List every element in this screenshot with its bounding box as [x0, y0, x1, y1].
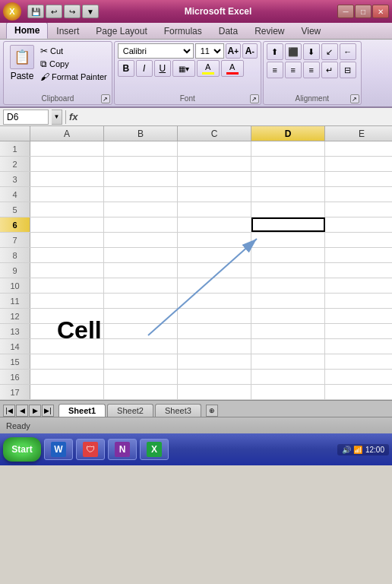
cell-d3[interactable] — [251, 172, 325, 186]
cell-e7[interactable] — [325, 233, 392, 247]
underline-button[interactable]: U — [154, 60, 171, 77]
cell-e17[interactable] — [325, 385, 392, 399]
cell-e11[interactable] — [325, 294, 392, 308]
borders-button[interactable]: ▦▾ — [172, 60, 195, 77]
clipboard-expand-button[interactable]: ↗ — [101, 94, 110, 103]
paste-button[interactable]: 📋 Paste — [7, 43, 37, 83]
cell-b6[interactable] — [104, 217, 178, 232]
cell-a9[interactable] — [30, 263, 104, 278]
cell-d2[interactable] — [251, 157, 325, 171]
cell-c11[interactable] — [178, 294, 251, 308]
cell-e4[interactable] — [325, 187, 392, 202]
col-header-c[interactable]: C — [178, 126, 251, 141]
cell-a1[interactable] — [30, 141, 104, 156]
cell-b1[interactable] — [104, 141, 178, 156]
cell-a2[interactable] — [30, 157, 104, 171]
taskbar-word-button[interactable]: W — [44, 439, 73, 460]
cell-a10[interactable] — [30, 278, 104, 293]
cell-a4[interactable] — [30, 187, 104, 202]
font-color-button[interactable]: A — [221, 60, 244, 77]
copy-button[interactable]: ⧉ Copy — [39, 58, 109, 70]
cell-d4[interactable] — [251, 187, 325, 202]
cell-c5[interactable] — [178, 202, 251, 217]
cell-b12[interactable] — [104, 309, 178, 323]
col-header-a[interactable]: A — [30, 126, 104, 141]
cell-b3[interactable] — [104, 172, 178, 186]
close-button[interactable]: ✕ — [372, 5, 389, 18]
cut-button[interactable]: ✂ Cut — [39, 45, 109, 57]
cell-b4[interactable] — [104, 187, 178, 202]
cell-c2[interactable] — [178, 157, 251, 171]
cell-a6[interactable] — [30, 217, 104, 232]
cell-e15[interactable] — [325, 354, 392, 369]
cell-e8[interactable] — [325, 248, 392, 262]
font-grow-button[interactable]: A+ — [226, 43, 241, 59]
cell-b7[interactable] — [104, 233, 178, 247]
cell-b13[interactable] — [104, 324, 178, 338]
cell-d13[interactable] — [251, 324, 325, 338]
customize-btn[interactable]: ▼ — [82, 5, 99, 18]
tab-formulas[interactable]: Formulas — [156, 23, 210, 39]
align-middle-button[interactable]: ⬛ — [285, 43, 302, 60]
wrap-text-button[interactable]: ↵ — [321, 62, 338, 78]
cell-ref-dropdown[interactable]: ▼ — [52, 110, 62, 125]
cell-c4[interactable] — [178, 187, 251, 202]
align-top-button[interactable]: ⬆ — [267, 43, 283, 60]
align-left-button[interactable]: ≡ — [267, 62, 283, 78]
cell-c9[interactable] — [178, 263, 251, 278]
cell-a11[interactable] — [30, 294, 104, 308]
cell-c3[interactable] — [178, 172, 251, 186]
cell-c14[interactable] — [178, 339, 251, 354]
cell-c1[interactable] — [178, 141, 251, 156]
cell-d11[interactable] — [251, 294, 325, 308]
cell-b11[interactable] — [104, 294, 178, 308]
tab-home[interactable]: Home — [6, 22, 48, 39]
alignment-expand-button[interactable]: ↗ — [350, 94, 359, 103]
formula-input[interactable] — [81, 110, 389, 125]
cell-b9[interactable] — [104, 263, 178, 278]
sheet-tab-3[interactable]: Sheet3 — [155, 404, 201, 417]
cell-e14[interactable] — [325, 339, 392, 354]
cell-d5[interactable] — [251, 202, 325, 217]
text-direction-button[interactable]: ↙ — [321, 43, 338, 60]
cell-a17[interactable] — [30, 385, 104, 399]
cell-a12[interactable] — [30, 309, 104, 323]
cell-e16[interactable] — [325, 370, 392, 384]
tab-view[interactable]: View — [292, 23, 329, 39]
cell-c16[interactable] — [178, 370, 251, 384]
cell-c8[interactable] — [178, 248, 251, 262]
cell-d14[interactable] — [251, 339, 325, 354]
col-header-e[interactable]: E — [325, 126, 392, 141]
cell-e2[interactable] — [325, 157, 392, 171]
taskbar-onenote-button[interactable]: N — [108, 439, 137, 460]
cell-d16[interactable] — [251, 370, 325, 384]
sheet-tab-2[interactable]: Sheet2 — [107, 404, 153, 417]
cell-b5[interactable] — [104, 202, 178, 217]
tab-review[interactable]: Review — [246, 23, 292, 39]
cell-b2[interactable] — [104, 157, 178, 171]
cell-d15[interactable] — [251, 354, 325, 369]
cell-b8[interactable] — [104, 248, 178, 262]
sheet-tab-1[interactable]: Sheet1 — [58, 404, 106, 417]
undo-btn[interactable]: ↩ — [46, 5, 62, 18]
cell-d9[interactable] — [251, 263, 325, 278]
cell-a8[interactable] — [30, 248, 104, 262]
new-sheet-button[interactable]: ⊕ — [206, 405, 218, 417]
cell-e1[interactable] — [325, 141, 392, 156]
start-button[interactable]: Start — [3, 437, 41, 462]
font-name-select[interactable]: Calibri — [118, 43, 194, 59]
col-header-d[interactable]: D — [251, 126, 325, 141]
cell-d12[interactable] — [251, 309, 325, 323]
sheet-first-button[interactable]: |◀ — [3, 405, 15, 417]
cell-e12[interactable] — [325, 309, 392, 323]
cell-a13[interactable] — [30, 324, 104, 338]
indent-decrease-button[interactable]: ← — [340, 43, 356, 60]
cell-c12[interactable] — [178, 309, 251, 323]
cell-c10[interactable] — [178, 278, 251, 293]
cell-d17[interactable] — [251, 385, 325, 399]
bold-button[interactable]: B — [118, 60, 134, 77]
cell-e9[interactable] — [325, 263, 392, 278]
minimize-button[interactable]: ─ — [337, 5, 354, 18]
italic-button[interactable]: I — [136, 60, 153, 77]
font-size-select[interactable]: 11 — [195, 43, 224, 59]
